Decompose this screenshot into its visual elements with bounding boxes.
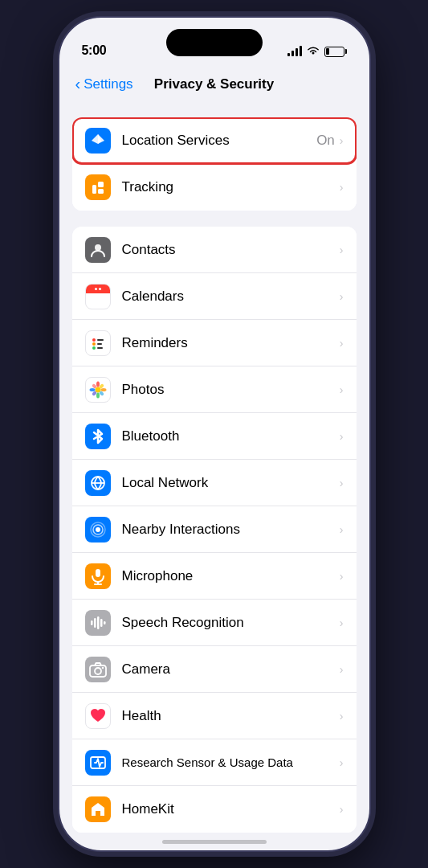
location-services-row[interactable]: Location Services On › xyxy=(72,117,357,164)
microphone-row[interactable]: Microphone › xyxy=(72,553,357,600)
wifi-icon xyxy=(307,45,320,58)
reminders-row[interactable]: Reminders › xyxy=(72,320,357,366)
svg-rect-1 xyxy=(98,182,104,187)
phone-frame: 5:00 xyxy=(58,16,371,852)
location-services-chevron: › xyxy=(340,134,344,147)
speech-recognition-row[interactable]: Speech Recognition › xyxy=(72,600,357,646)
location-services-label: Location Services xyxy=(122,133,317,149)
status-icons xyxy=(287,45,347,58)
nearby-interactions-label: Nearby Interactions xyxy=(122,522,340,538)
svg-point-3 xyxy=(95,244,101,251)
svg-point-13 xyxy=(89,388,95,391)
home-indicator xyxy=(162,840,267,844)
svg-rect-28 xyxy=(94,618,96,628)
group-location: Location Services On › Tracking › xyxy=(72,117,357,211)
microphone-label: Microphone xyxy=(122,568,340,584)
contacts-label: Contacts xyxy=(122,242,340,258)
svg-point-34 xyxy=(101,666,103,668)
camera-icon xyxy=(85,657,111,682)
camera-row[interactable]: Camera › xyxy=(72,646,357,693)
photos-row[interactable]: Photos › xyxy=(72,366,357,413)
location-services-icon xyxy=(85,128,111,154)
nav-title: Privacy & Security xyxy=(154,76,274,92)
nearby-interactions-chevron: › xyxy=(340,523,344,536)
speech-recognition-label: Speech Recognition xyxy=(122,615,340,631)
bluetooth-icon xyxy=(85,424,111,449)
svg-rect-29 xyxy=(97,616,100,629)
homekit-label: HomeKit xyxy=(122,801,340,817)
camera-chevron: › xyxy=(340,663,344,676)
reminders-chevron: › xyxy=(340,337,344,350)
battery-icon xyxy=(324,47,347,57)
svg-point-14 xyxy=(100,388,106,391)
tracking-label: Tracking xyxy=(122,179,340,195)
svg-point-4 xyxy=(92,338,96,342)
microphone-chevron: › xyxy=(340,570,344,583)
svg-rect-8 xyxy=(97,343,102,345)
svg-rect-0 xyxy=(92,185,96,194)
svg-point-11 xyxy=(96,381,100,387)
nav-bar: ‹ Settings Privacy & Security xyxy=(59,64,369,104)
contacts-row[interactable]: Contacts › xyxy=(72,227,357,273)
svg-rect-9 xyxy=(97,347,103,349)
status-time: 5:00 xyxy=(82,43,107,58)
svg-point-33 xyxy=(95,668,101,674)
svg-rect-31 xyxy=(104,621,106,624)
calendars-icon xyxy=(85,284,111,309)
reminders-label: Reminders xyxy=(122,335,340,351)
research-sensor-chevron: › xyxy=(340,756,344,769)
health-chevron: › xyxy=(340,710,344,723)
contacts-chevron: › xyxy=(340,244,344,256)
location-services-value: On xyxy=(316,133,335,149)
local-network-chevron: › xyxy=(340,477,344,489)
svg-point-5 xyxy=(92,342,96,346)
svg-rect-32 xyxy=(90,665,106,677)
signal-icon xyxy=(287,47,302,56)
svg-rect-27 xyxy=(91,620,93,625)
research-sensor-icon xyxy=(85,750,111,776)
reminders-icon xyxy=(85,330,111,356)
health-row[interactable]: Health › xyxy=(72,693,357,739)
health-label: Health xyxy=(122,708,340,724)
homekit-icon xyxy=(85,796,111,822)
tracking-chevron: › xyxy=(340,181,344,194)
nearby-interactions-row[interactable]: Nearby Interactions › xyxy=(72,506,357,553)
svg-rect-24 xyxy=(96,569,100,577)
dynamic-island xyxy=(166,29,263,56)
svg-point-21 xyxy=(96,527,100,532)
back-chevron-icon: ‹ xyxy=(75,75,81,93)
speech-recognition-chevron: › xyxy=(340,616,344,629)
svg-point-6 xyxy=(92,346,96,350)
photos-icon xyxy=(85,377,111,403)
local-network-icon xyxy=(85,470,111,496)
homekit-row[interactable]: HomeKit › xyxy=(72,786,357,833)
bluetooth-row[interactable]: Bluetooth › xyxy=(72,413,357,460)
speech-recognition-icon xyxy=(85,610,111,636)
svg-rect-30 xyxy=(100,619,103,627)
bluetooth-label: Bluetooth xyxy=(122,428,340,444)
back-button[interactable]: ‹ Settings xyxy=(75,76,133,93)
local-network-label: Local Network xyxy=(122,475,340,491)
content-scroll[interactable]: Location Services On › Tracking › xyxy=(59,104,369,850)
local-network-row[interactable]: Local Network › xyxy=(72,460,357,506)
back-label: Settings xyxy=(84,76,132,92)
bluetooth-chevron: › xyxy=(340,430,344,443)
calendars-chevron: › xyxy=(340,290,344,303)
camera-label: Camera xyxy=(122,661,340,678)
svg-rect-2 xyxy=(98,189,104,194)
photos-label: Photos xyxy=(122,382,340,398)
homekit-chevron: › xyxy=(340,803,344,816)
svg-rect-7 xyxy=(97,339,104,341)
contacts-icon xyxy=(85,237,111,263)
research-sensor-row[interactable]: Research Sensor & Usage Data › xyxy=(72,739,357,786)
nearby-interactions-icon xyxy=(85,517,111,542)
health-icon xyxy=(85,703,111,729)
calendars-row[interactable]: Calendars › xyxy=(72,273,357,320)
calendars-label: Calendars xyxy=(122,289,340,305)
group-permissions: Contacts › xyxy=(72,227,357,833)
microphone-icon xyxy=(85,563,111,589)
tracking-row[interactable]: Tracking › xyxy=(72,164,357,211)
tracking-icon xyxy=(85,174,111,200)
photos-chevron: › xyxy=(340,383,344,396)
svg-point-12 xyxy=(96,392,100,398)
